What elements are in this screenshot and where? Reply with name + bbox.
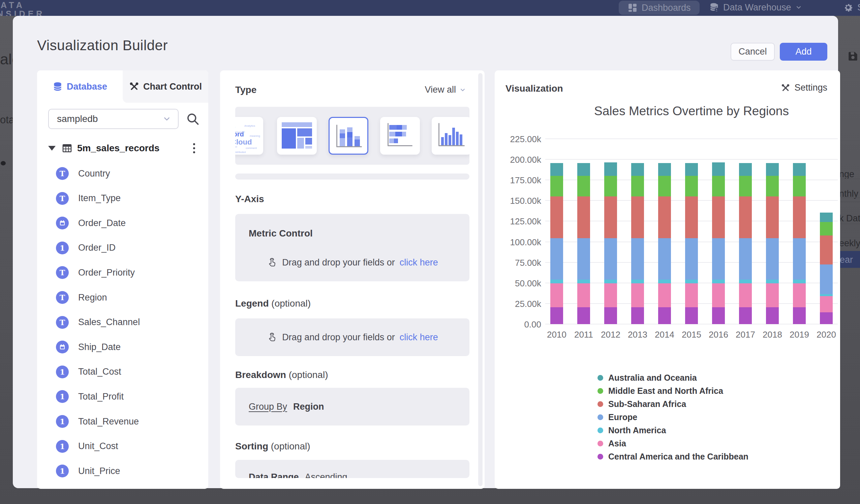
- field-label: Order_Priority: [78, 268, 135, 278]
- x-axis-tick-label: 2014: [651, 330, 678, 340]
- field-item-total_profit[interactable]: 1Total_Profit: [56, 389, 124, 404]
- field-item-item_type[interactable]: TItem_Type: [56, 191, 121, 205]
- search-button[interactable]: [185, 112, 200, 126]
- legend-dot-icon: [598, 414, 603, 420]
- field-label: Unit_Cost: [78, 441, 118, 451]
- group-by-link[interactable]: Group By: [249, 402, 287, 412]
- bar-segment: [631, 238, 644, 279]
- field-label: Order_Date: [78, 218, 126, 228]
- stacked-bar-2015: [685, 163, 698, 324]
- tab-database-label: Database: [67, 82, 107, 92]
- bar-segment: [793, 238, 806, 279]
- legend-item[interactable]: Australia and Oceania: [598, 371, 697, 385]
- x-axis-tick-label: 2010: [543, 330, 570, 340]
- bar-segment: [739, 197, 752, 238]
- bar-segment: [793, 307, 806, 324]
- breakdown-dropzone[interactable]: Group By Region: [235, 388, 470, 426]
- drag-drop-text: Drag and drop your fields or: [282, 332, 395, 343]
- x-axis-tick-label: 2020: [813, 330, 840, 340]
- field-item-order_id[interactable]: 1Order_ID: [56, 241, 116, 255]
- tab-chart-control-label: Chart Control: [143, 82, 202, 92]
- bar-segment: [604, 279, 617, 283]
- builder-scrollbar[interactable]: [478, 73, 483, 486]
- field-label: Item_Type: [78, 193, 121, 203]
- legend-section-label: Legend (optional): [235, 298, 311, 309]
- legend-label: Australia and Oceania: [608, 373, 697, 383]
- field-item-ship_date[interactable]: Ship_Date: [56, 340, 121, 354]
- metric-click-here-link[interactable]: click here: [400, 257, 438, 268]
- x-axis-tick-label: 2019: [786, 330, 813, 340]
- legend-item[interactable]: Sub-Saharan Africa: [598, 398, 686, 411]
- bar-segment: [658, 307, 671, 324]
- tab-chart-control[interactable]: Chart Control: [123, 70, 208, 103]
- bar-segment: [712, 279, 725, 283]
- field-item-total_revenue[interactable]: 1Total_Revenue: [56, 414, 139, 429]
- nav-item-dashboards[interactable]: Dashboards: [619, 1, 700, 15]
- chart-type-card-stacked-bar[interactable]: [380, 117, 420, 155]
- background-bullet: [1, 161, 6, 165]
- field-item-order_priority[interactable]: TOrder_Priority: [56, 265, 135, 279]
- cancel-button[interactable]: Cancel: [731, 43, 775, 61]
- field-label: Order_ID: [78, 243, 116, 253]
- database-panel: Database Chart Control sampledb: [37, 70, 208, 489]
- chart-type-card-treemap[interactable]: [277, 117, 317, 155]
- database-select[interactable]: sampledb: [48, 109, 178, 129]
- legend-click-here-link[interactable]: click here: [400, 332, 438, 343]
- bar-segment: [604, 283, 617, 307]
- stacked-bar-2014: [658, 163, 671, 324]
- metric-control-label: Metric Control: [249, 228, 313, 239]
- number-field-icon: 1: [56, 390, 69, 403]
- database-select-value: sampledb: [57, 114, 98, 124]
- bar-segment: [766, 197, 779, 238]
- chart-type-card-column[interactable]: [432, 117, 470, 155]
- chart-type-card-word-cloud[interactable]: WordCloudbusinessAnalyticskeywordmeaning…: [235, 117, 263, 155]
- chevron-down-icon: [162, 115, 171, 123]
- legend-label: Middle East and North Africa: [608, 386, 723, 396]
- sorting-direction: Ascending: [305, 472, 347, 478]
- tab-database[interactable]: Database: [37, 70, 123, 103]
- legend-dropzone[interactable]: Drag and drop your fields or click here: [235, 318, 470, 356]
- chart-type-card-stacked-column[interactable]: [329, 117, 368, 155]
- kebab-menu-icon[interactable]: [190, 142, 198, 155]
- field-item-region[interactable]: TRegion: [56, 290, 107, 305]
- bar-segment: [604, 197, 617, 238]
- y-axis-tick-label: 175.00k: [495, 175, 541, 186]
- x-axis-tick-label: 2018: [759, 330, 786, 340]
- legend-item[interactable]: Asia: [598, 437, 626, 450]
- view-all-button[interactable]: View all: [425, 85, 466, 95]
- field-item-order_date[interactable]: Order_Date: [56, 216, 126, 230]
- view-all-label: View all: [425, 85, 456, 95]
- chart-type-scrollbar[interactable]: [235, 173, 470, 179]
- bar-segment: [658, 163, 671, 176]
- x-axis-tick-label: 2016: [705, 330, 732, 340]
- tree-collapse-toggle[interactable]: [48, 146, 56, 150]
- save-icon: [847, 51, 859, 62]
- field-label: Country: [78, 169, 110, 179]
- field-item-total_cost[interactable]: 1Total_Cost: [56, 365, 121, 379]
- chart-plot-area: [545, 139, 838, 324]
- field-item-unit_price[interactable]: 1Unit_Price: [56, 464, 120, 478]
- bar-segment: [604, 176, 617, 197]
- legend-dot-icon: [598, 428, 603, 433]
- bar-segment: [820, 296, 833, 312]
- field-item-sales_channel[interactable]: TSales_Channel: [56, 315, 140, 330]
- table-name: 5m_sales_records: [77, 143, 159, 154]
- nav-item-data-warehouse[interactable]: Data Warehouse: [700, 0, 811, 15]
- field-label: Ship_Date: [78, 342, 121, 352]
- bar-segment: [712, 283, 725, 307]
- bar-segment: [739, 283, 752, 307]
- nav-item-settings[interactable]: Settings: [834, 0, 860, 15]
- group-by-value[interactable]: Region: [293, 402, 324, 412]
- bar-segment: [631, 283, 644, 307]
- legend-item[interactable]: Europe: [598, 411, 637, 424]
- chart-settings-button[interactable]: Settings: [781, 83, 827, 93]
- bar-segment: [820, 264, 833, 294]
- legend-item[interactable]: North America: [598, 424, 666, 437]
- field-item-unit_cost[interactable]: 1Unit_Cost: [56, 439, 118, 453]
- legend-item[interactable]: Middle East and North Africa: [598, 385, 723, 398]
- add-button[interactable]: Add: [780, 43, 827, 61]
- field-item-country[interactable]: TCountry: [56, 167, 110, 181]
- legend-item[interactable]: Central America and the Caribbean: [598, 450, 748, 463]
- sorting-dropzone[interactable]: Data RangeAscending: [235, 460, 470, 478]
- metric-control-dropzone[interactable]: Metric Control Drag and drop your fields…: [235, 214, 470, 281]
